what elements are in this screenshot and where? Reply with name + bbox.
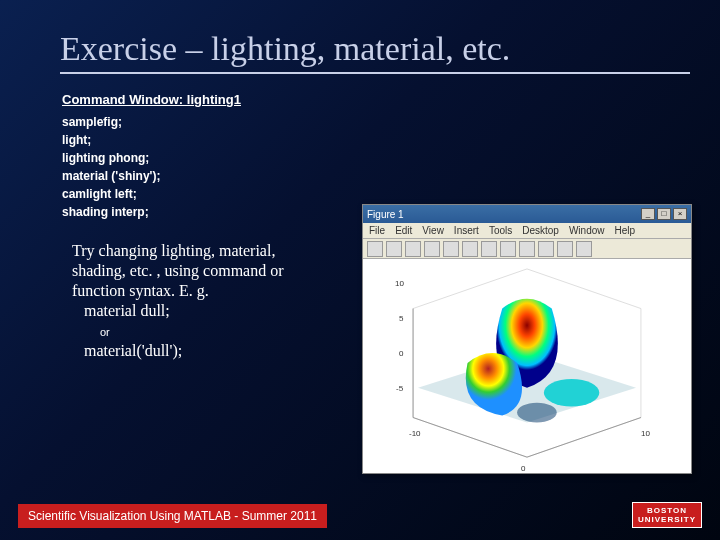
- svg-line-3: [527, 418, 641, 458]
- figure-canvas: 10 5 0 -5 -10 0 10: [363, 259, 691, 473]
- toolbar-colorbar-icon[interactable]: [557, 241, 573, 257]
- menu-tools[interactable]: Tools: [489, 225, 512, 236]
- figure-toolbar: [363, 239, 691, 259]
- close-button[interactable]: ×: [673, 208, 687, 220]
- toolbar-rotate-icon[interactable]: [519, 241, 535, 257]
- cmd-line: light;: [0, 129, 720, 147]
- svg-point-6: [517, 403, 557, 423]
- logo-line-1: BOSTON: [647, 506, 687, 515]
- footer-badge: Scientific Visualization Using MATLAB - …: [18, 504, 327, 528]
- svg-line-2: [413, 418, 527, 458]
- surface-plot: [363, 259, 691, 473]
- window-buttons: _ □ ×: [641, 208, 687, 220]
- toolbar-legend-icon[interactable]: [576, 241, 592, 257]
- xy-tick: 0: [521, 464, 525, 473]
- cmd-line: material ('shiny');: [0, 165, 720, 183]
- xy-tick: -10: [409, 429, 421, 438]
- svg-point-5: [544, 379, 599, 407]
- menu-view[interactable]: View: [422, 225, 444, 236]
- toolbar-new-icon[interactable]: [367, 241, 383, 257]
- cmd-line: camlight left;: [0, 183, 720, 201]
- toolbar-pan-icon[interactable]: [500, 241, 516, 257]
- figure-menubar: File Edit View Insert Tools Desktop Wind…: [363, 223, 691, 239]
- logo-line-2: UNIVERSITY: [638, 515, 696, 524]
- z-tick: 10: [395, 279, 404, 288]
- toolbar-arrow-icon[interactable]: [443, 241, 459, 257]
- toolbar-datacursor-icon[interactable]: [538, 241, 554, 257]
- narrative-text: Try changing lighting, material, shading…: [0, 219, 300, 361]
- cmd-line: lighting phong;: [0, 147, 720, 165]
- slide-title: Exercise – lighting, material, etc.: [0, 0, 720, 72]
- maximize-button[interactable]: □: [657, 208, 671, 220]
- toolbar-open-icon[interactable]: [386, 241, 402, 257]
- toolbar-print-icon[interactable]: [424, 241, 440, 257]
- xy-tick: 10: [641, 429, 650, 438]
- menu-edit[interactable]: Edit: [395, 225, 412, 236]
- toolbar-zoomin-icon[interactable]: [462, 241, 478, 257]
- command-window-heading: Command Window: lighting1: [0, 74, 720, 111]
- figure-titlebar: Figure 1 _ □ ×: [363, 205, 691, 223]
- menu-help[interactable]: Help: [615, 225, 636, 236]
- boston-university-logo: BOSTON UNIVERSITY: [632, 502, 702, 528]
- narrative-example-2: material('dull');: [72, 342, 182, 359]
- narrative-or: or: [72, 326, 110, 338]
- figure-title-text: Figure 1: [367, 209, 404, 220]
- menu-insert[interactable]: Insert: [454, 225, 479, 236]
- minimize-button[interactable]: _: [641, 208, 655, 220]
- z-tick: 0: [399, 349, 403, 358]
- cmd-line: samplefig;: [0, 111, 720, 129]
- menu-desktop[interactable]: Desktop: [522, 225, 559, 236]
- narrative-body: Try changing lighting, material, shading…: [72, 242, 284, 299]
- menu-file[interactable]: File: [369, 225, 385, 236]
- z-tick: -5: [396, 384, 403, 393]
- toolbar-save-icon[interactable]: [405, 241, 421, 257]
- menu-window[interactable]: Window: [569, 225, 605, 236]
- matlab-figure-window: Figure 1 _ □ × File Edit View Insert Too…: [362, 204, 692, 474]
- narrative-example-1: material dull;: [72, 302, 170, 319]
- z-tick: 5: [399, 314, 403, 323]
- toolbar-zoomout-icon[interactable]: [481, 241, 497, 257]
